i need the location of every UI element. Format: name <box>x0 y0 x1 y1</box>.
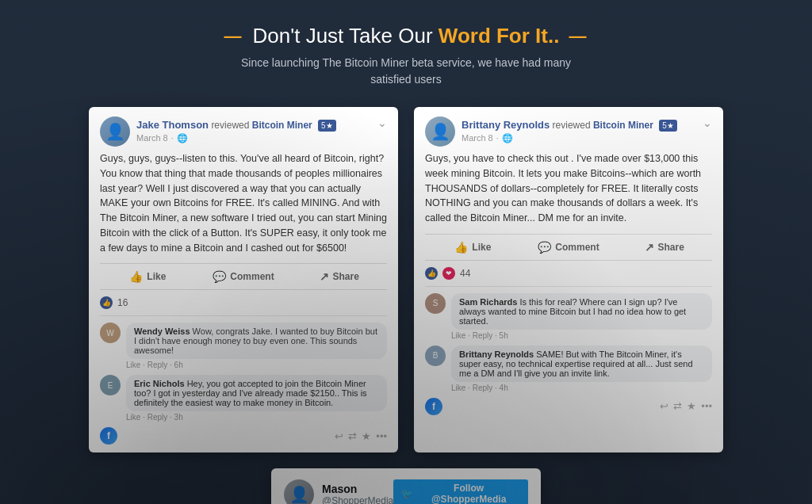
bottom-row: 👤 Mason @ShopperMedia 🐦 Follow @ShopperM… <box>16 468 796 504</box>
comment-actions-wendy: Like · Reply · 6h <box>126 361 387 369</box>
comment-bubble-brittany-reply: Brittany Reynolds SAME! But with The Bit… <box>451 346 712 382</box>
like-icon-b: 👍 <box>425 267 438 280</box>
card-mason: 👤 Mason @ShopperMedia 🐦 Follow @ShopperM… <box>271 468 541 504</box>
dash-right: — <box>569 26 588 47</box>
user-name-block-brittany: Brittany Reynolds reviewed Bitcoin Miner… <box>462 119 677 143</box>
comment-actions-brittany-reply: Like · Reply · 4h <box>451 384 712 392</box>
comment-button[interactable]: 💬 Comment <box>196 267 292 286</box>
share-icon-group-b: ↩ ⇄ ★ ••• <box>660 400 712 412</box>
comment-actions-eric: Like · Reply · 3h <box>126 413 387 422</box>
user-info: 👤 Jake Thomson reviewed Bitcoin Miner 5★… <box>100 116 336 147</box>
share-button-brittany[interactable]: ↗ Share <box>616 238 712 257</box>
card-jake: 👤 Jake Thomson reviewed Bitcoin Miner 5★… <box>89 107 398 452</box>
jake-name: Jake Thomson <box>136 119 209 131</box>
comment-button-brittany[interactable]: 💬 Comment <box>521 238 617 257</box>
comment-wendy: W Wendy Weiss Wow, congrats Jake. I want… <box>100 323 387 369</box>
reply-icon-b[interactable]: ↩ <box>660 400 668 412</box>
share-icon-group: ↩ ⇄ ★ ••• <box>335 430 387 442</box>
heart-icon-b: ❤ <box>442 267 455 280</box>
cards-top-row: 👤 Jake Thomson reviewed Bitcoin Miner 5★… <box>16 107 796 452</box>
more-icon-b[interactable]: ••• <box>701 400 712 412</box>
card-footer: f ↩ ⇄ ★ ••• <box>100 427 387 445</box>
comment-bubble-eric: Eric Nichols Hey, you got accepted to jo… <box>126 375 387 411</box>
twitter-user-info: 👤 Mason @ShopperMedia <box>284 479 393 504</box>
retweet-icon-b[interactable]: ⇄ <box>673 400 682 412</box>
jake-actions-bar: 👍 Like 💬 Comment ↗ Share <box>100 263 387 290</box>
like-icon: 👍 <box>100 296 113 309</box>
facebook-logo-badge-b: f <box>425 398 442 415</box>
reviewed-page-name: Bitcoin Miner <box>252 120 312 131</box>
avatar-brittany-reply: B <box>425 346 446 366</box>
more-icon[interactable]: ••• <box>376 430 387 442</box>
header-subtitle: Since launching The Bitcoin Miner beta s… <box>16 55 796 88</box>
retweet-icon[interactable]: ⇄ <box>348 430 357 442</box>
star-icon[interactable]: ★ <box>362 430 371 442</box>
comment-bubble-sam: Sam Richards Is this for real? Where can… <box>451 293 712 330</box>
avatar-eric: E <box>100 375 121 395</box>
card-footer-brittany: f ↩ ⇄ ★ ••• <box>425 398 712 415</box>
avatar-jake: 👤 <box>100 116 130 147</box>
user-name-block: Jake Thomson reviewed Bitcoin Miner 5★ M… <box>136 119 336 143</box>
avatar-brittany: 👤 <box>425 116 455 147</box>
like-button-brittany[interactable]: 👍 Like <box>425 238 521 257</box>
likes-count-brittany: 44 <box>460 268 470 279</box>
comment-eric: E Eric Nichols Hey, you got accepted to … <box>100 375 387 422</box>
mason-handle: @ShopperMedia <box>322 495 393 504</box>
date-line: March 8 · 🌐 <box>136 132 336 143</box>
thumbs-up-icon: 👍 <box>129 270 143 283</box>
stars-badge: 5★ <box>318 120 336 132</box>
brittany-post-body: Guys, you have to check this out . I've … <box>425 151 712 226</box>
star-icon-b[interactable]: ★ <box>687 400 696 412</box>
share-button[interactable]: ↗ Share <box>291 267 387 286</box>
comment-bubble-wendy: Wendy Weiss Wow, congrats Jake. I wanted… <box>126 323 387 359</box>
comment-actions-sam: Like · Reply · 5h <box>451 331 712 340</box>
facebook-logo-badge: f <box>100 427 117 445</box>
reply-icon[interactable]: ↩ <box>335 430 343 442</box>
likes-row-brittany: 👍 ❤ 44 <box>425 267 712 280</box>
main-heading: Don't Just Take Our Word For It.. <box>253 24 560 48</box>
dash-left: — <box>224 26 243 47</box>
likes-count: 16 <box>117 297 128 308</box>
brittany-name: Brittany Reynolds <box>462 119 550 131</box>
brittany-actions-bar: 👍 Like 💬 Comment ↗ Share <box>425 234 712 261</box>
share-icon: ↗ <box>320 270 329 283</box>
chevron-down-icon[interactable]: ⌄ <box>377 116 387 129</box>
mason-name: Mason <box>322 483 393 495</box>
user-name-line-brittany: Brittany Reynolds reviewed Bitcoin Miner… <box>462 119 677 132</box>
comment-icon: 💬 <box>213 270 226 283</box>
mason-name-block: Mason @ShopperMedia <box>322 483 393 504</box>
date-line-brittany: March 8 · 🌐 <box>462 132 677 143</box>
follow-button[interactable]: 🐦 Follow @ShopperMedia <box>393 479 528 504</box>
like-button[interactable]: 👍 Like <box>100 267 196 286</box>
comment-brittany-reply: B Brittany Reynolds SAME! But with The B… <box>425 346 712 392</box>
avatar-mason: 👤 <box>284 479 314 504</box>
reviewed-page-brittany: Bitcoin Miner <box>593 120 653 131</box>
twitter-header: 👤 Mason @ShopperMedia 🐦 Follow @ShopperM… <box>284 479 528 504</box>
card-header: 👤 Jake Thomson reviewed Bitcoin Miner 5★… <box>100 116 387 147</box>
likes-row: 👍 16 <box>100 296 387 309</box>
page-header: — Don't Just Take Our Word For It.. — Si… <box>16 24 796 88</box>
user-info-brittany: 👤 Brittany Reynolds reviewed Bitcoin Min… <box>425 116 677 147</box>
chevron-down-icon-brittany[interactable]: ⌄ <box>703 116 712 129</box>
avatar-sam: S <box>425 293 446 314</box>
twitter-bird-icon: 🐦 <box>401 488 413 499</box>
comment-icon-b: 💬 <box>538 241 551 254</box>
thumbs-up-icon-b: 👍 <box>454 241 468 254</box>
stars-badge-brittany: 5★ <box>659 120 677 132</box>
reviewed-text: reviewed <box>211 120 251 131</box>
jake-post-body: Guys, guys, guys--listen to this. You've… <box>100 151 387 255</box>
avatar-wendy: W <box>100 323 121 343</box>
header-title-row: — Don't Just Take Our Word For It.. — <box>16 24 796 48</box>
card-brittany: 👤 Brittany Reynolds reviewed Bitcoin Min… <box>414 107 723 452</box>
share-icon-b: ↗ <box>645 241 654 254</box>
comments-section: W Wendy Weiss Wow, congrats Jake. I want… <box>100 315 387 422</box>
card-header-brittany: 👤 Brittany Reynolds reviewed Bitcoin Min… <box>425 116 712 147</box>
comment-sam: S Sam Richards Is this for real? Where c… <box>425 293 712 340</box>
comments-section-brittany: S Sam Richards Is this for real? Where c… <box>425 286 712 392</box>
user-name-line: Jake Thomson reviewed Bitcoin Miner 5★ <box>136 119 336 132</box>
reviewed-text-brittany: reviewed <box>553 120 593 131</box>
